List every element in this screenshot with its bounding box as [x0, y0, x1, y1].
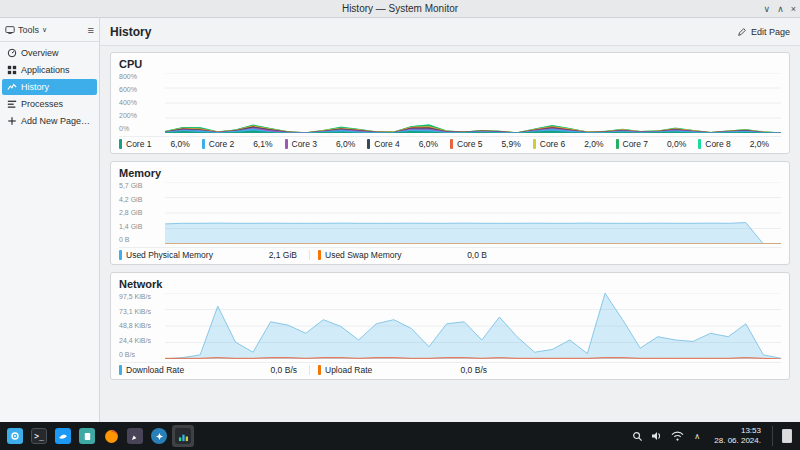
legend-value: 0,0 B/s: [461, 365, 499, 375]
discover-icon: [151, 428, 167, 444]
hamburger-menu-icon[interactable]: ≡: [88, 24, 94, 36]
kate-button[interactable]: [124, 425, 146, 447]
y-tick-label: 0%: [119, 125, 161, 132]
search-tray-button[interactable]: [628, 426, 646, 446]
firefox-icon: [103, 428, 119, 444]
legend-item: Core 36,0%: [285, 139, 368, 149]
volume-tray-button[interactable]: [648, 426, 666, 446]
legend-value: 2,1 GiB: [269, 250, 309, 260]
monitor-icon: [5, 25, 15, 35]
y-tick-label: 5,7 GiB: [119, 182, 161, 189]
legend-swatch: [533, 139, 536, 149]
discover-button[interactable]: [148, 425, 170, 447]
legend-item: Upload Rate0,0 B/s: [309, 365, 499, 375]
legend-swatch: [698, 139, 701, 149]
memory-legend: Used Physical Memory2,1 GiBUsed Swap Mem…: [119, 247, 781, 260]
y-tick-label: 200%: [119, 112, 161, 119]
legend-label: Core 5: [457, 139, 483, 149]
legend-value: 6,0%: [170, 139, 201, 149]
legend-value: 2,0%: [750, 139, 781, 149]
legend-item: Core 82,0%: [698, 139, 781, 149]
network-legend: Download Rate0,0 B/sUpload Rate0,0 B/s: [119, 362, 781, 375]
system-monitor-task-button[interactable]: [172, 425, 194, 447]
sidebar-item-history[interactable]: History: [2, 79, 97, 95]
network-tray-button[interactable]: [668, 426, 686, 446]
network-history-chart: [165, 293, 781, 359]
legend-item: Core 46,0%: [367, 139, 450, 149]
close-icon[interactable]: ×: [791, 5, 796, 14]
processes-icon: [7, 99, 17, 109]
clock-date: 28. 06. 2024.: [714, 436, 761, 446]
dolphin-icon: [55, 428, 71, 444]
legend-swatch: [202, 139, 205, 149]
sidebar-item-label: History: [21, 82, 49, 92]
legend-swatch: [318, 250, 321, 260]
legend-swatch: [285, 139, 288, 149]
edit-page-button[interactable]: Edit Page: [737, 27, 790, 37]
minimize-icon[interactable]: ∨: [764, 5, 771, 14]
tools-menu-button[interactable]: Tools: [18, 25, 39, 35]
y-tick-label: 600%: [119, 86, 161, 93]
sidebar-item-overview[interactable]: Overview: [2, 45, 97, 61]
legend-value: 0,0 B/s: [271, 365, 309, 375]
legend-label: Core 7: [623, 139, 649, 149]
sidebar-item-add-new-page[interactable]: Add New Page…: [2, 113, 97, 129]
sidebar: Tools ∨ ≡ Overview Applications: [0, 18, 100, 422]
legend-value: 6,0%: [419, 139, 450, 149]
show-desktop-button[interactable]: [778, 426, 796, 446]
expand-tray-button[interactable]: ∧: [688, 426, 706, 446]
y-tick-label: 48,8 KiB/s: [119, 322, 161, 329]
plus-icon: [7, 116, 17, 126]
legend-value: 6,1%: [253, 139, 284, 149]
y-tick-label: 0 B: [119, 236, 161, 243]
legend-label: Core 2: [209, 139, 235, 149]
page-title: History: [110, 25, 151, 39]
clock-time: 13:53: [741, 426, 761, 436]
memory-y-axis: 5,7 GiB4,2 GiB2,8 GiB1,4 GiB0 B: [119, 182, 161, 244]
legend-item: Core 26,1%: [202, 139, 285, 149]
window-titlebar: History — System Monitor ∨ ∧ ×: [0, 0, 800, 18]
sidebar-item-applications[interactable]: Applications: [2, 62, 97, 78]
kdeconnect-button[interactable]: [76, 425, 98, 447]
legend-value: 6,0%: [336, 139, 367, 149]
legend-item: Core 55,9%: [450, 139, 533, 149]
y-tick-label: 73,1 KiB/s: [119, 308, 161, 315]
memory-card: Memory 5,7 GiB4,2 GiB2,8 GiB1,4 GiB0 B U…: [110, 161, 790, 265]
dolphin-button[interactable]: [52, 425, 74, 447]
history-content: CPU 800%600%400%200%0% Core 16,0%Core 26…: [100, 46, 800, 422]
page-header: History Edit Page: [100, 18, 800, 46]
y-tick-label: 1,4 GiB: [119, 223, 161, 230]
legend-label: Core 6: [540, 139, 566, 149]
firefox-button[interactable]: [100, 425, 122, 447]
konsole-button[interactable]: >_: [28, 425, 50, 447]
legend-value: 0,0%: [667, 139, 698, 149]
maximize-icon[interactable]: ∧: [777, 5, 784, 14]
overview-icon: [7, 48, 17, 58]
digital-clock[interactable]: 13:53 28. 06. 2024.: [708, 426, 767, 446]
applications-icon: [7, 65, 17, 75]
sidebar-item-label: Applications: [21, 65, 70, 75]
sidebar-nav: Overview Applications History: [0, 42, 99, 132]
pencil-icon: [737, 27, 747, 37]
network-card-title: Network: [119, 278, 781, 290]
y-tick-label: 0 B/s: [119, 351, 161, 358]
legend-swatch: [119, 250, 122, 260]
sidebar-item-processes[interactable]: Processes: [2, 96, 97, 112]
legend-swatch: [318, 365, 321, 375]
legend-label: Core 1: [126, 139, 152, 149]
cpu-card: CPU 800%600%400%200%0% Core 16,0%Core 26…: [110, 52, 790, 154]
cpu-legend: Core 16,0%Core 26,1%Core 36,0%Core 46,0%…: [119, 136, 781, 149]
legend-item: Core 70,0%: [616, 139, 699, 149]
system-monitor-icon: [175, 428, 191, 444]
legend-label: Used Swap Memory: [325, 250, 402, 260]
sidebar-item-label: Add New Page…: [21, 116, 90, 126]
legend-label: Core 3: [292, 139, 318, 149]
y-tick-label: 800%: [119, 73, 161, 80]
y-tick-label: 2,8 GiB: [119, 209, 161, 216]
app-launcher-button[interactable]: [4, 425, 26, 447]
taskbar-separator: [772, 426, 773, 446]
legend-label: Core 4: [374, 139, 400, 149]
legend-swatch: [119, 139, 122, 149]
legend-value: 2,0%: [584, 139, 615, 149]
cpu-y-axis: 800%600%400%200%0%: [119, 73, 161, 133]
